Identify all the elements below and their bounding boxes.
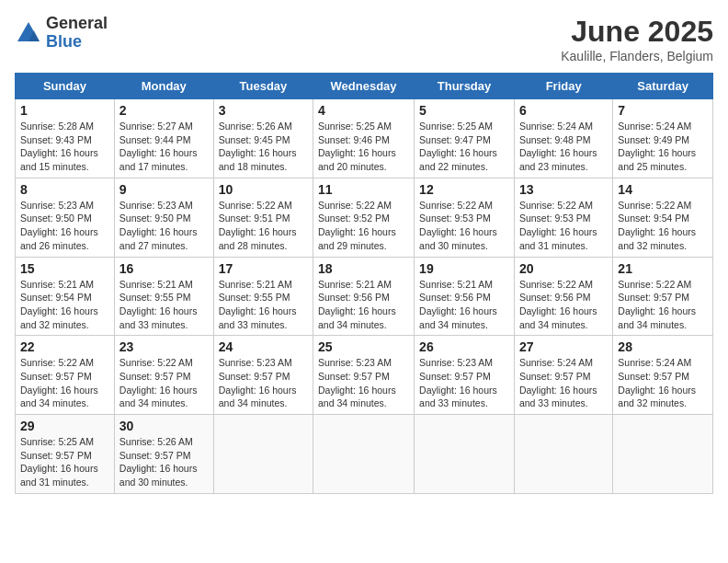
month-title: June 2025 — [561, 15, 713, 49]
day-number: 16 — [119, 261, 209, 276]
day-number: 14 — [618, 182, 708, 197]
day-number: 19 — [419, 261, 509, 276]
day-number: 11 — [318, 182, 409, 197]
calendar-week-row: 15Sunrise: 5:21 AMSunset: 9:54 PMDayligh… — [16, 257, 713, 336]
calendar-cell: 16Sunrise: 5:21 AMSunset: 9:55 PMDayligh… — [114, 257, 213, 336]
calendar-cell: 26Sunrise: 5:23 AMSunset: 9:57 PMDayligh… — [415, 336, 515, 415]
header-monday: Monday — [114, 74, 213, 99]
day-info: Sunrise: 5:23 AMSunset: 9:57 PMDaylight:… — [318, 356, 409, 410]
day-number: 25 — [318, 339, 409, 354]
calendar-cell: 27Sunrise: 5:24 AMSunset: 9:57 PMDayligh… — [514, 336, 612, 415]
day-info: Sunrise: 5:28 AMSunset: 9:43 PMDaylight:… — [20, 120, 109, 174]
calendar-cell: 12Sunrise: 5:22 AMSunset: 9:53 PMDayligh… — [415, 178, 515, 257]
day-number: 2 — [119, 103, 209, 118]
day-info: Sunrise: 5:21 AMSunset: 9:55 PMDaylight:… — [219, 278, 308, 332]
calendar-cell: 24Sunrise: 5:23 AMSunset: 9:57 PMDayligh… — [213, 336, 313, 415]
day-number: 26 — [419, 339, 509, 354]
day-number: 17 — [219, 261, 308, 276]
calendar-cell: 8Sunrise: 5:23 AMSunset: 9:50 PMDaylight… — [16, 178, 115, 257]
logo-general-label: General — [46, 15, 108, 33]
calendar-header-row: SundayMondayTuesdayWednesdayThursdayFrid… — [16, 74, 713, 99]
day-info: Sunrise: 5:27 AMSunset: 9:44 PMDaylight:… — [119, 120, 209, 174]
day-number: 18 — [318, 261, 409, 276]
calendar-cell: 18Sunrise: 5:21 AMSunset: 9:56 PMDayligh… — [313, 257, 415, 336]
day-info: Sunrise: 5:25 AMSunset: 9:47 PMDaylight:… — [419, 120, 509, 174]
calendar-cell: 25Sunrise: 5:23 AMSunset: 9:57 PMDayligh… — [313, 336, 415, 415]
day-info: Sunrise: 5:25 AMSunset: 9:46 PMDaylight:… — [318, 120, 409, 174]
location-label: Kaulille, Flanders, Belgium — [561, 49, 713, 63]
day-info: Sunrise: 5:22 AMSunset: 9:54 PMDaylight:… — [618, 199, 708, 253]
day-number: 15 — [20, 261, 109, 276]
calendar-cell: 2Sunrise: 5:27 AMSunset: 9:44 PMDaylight… — [114, 99, 213, 178]
calendar-cell: 9Sunrise: 5:23 AMSunset: 9:50 PMDaylight… — [114, 178, 213, 257]
calendar-cell: 19Sunrise: 5:21 AMSunset: 9:56 PMDayligh… — [415, 257, 515, 336]
day-info: Sunrise: 5:21 AMSunset: 9:56 PMDaylight:… — [419, 278, 509, 332]
day-info: Sunrise: 5:22 AMSunset: 9:57 PMDaylight:… — [618, 278, 708, 332]
calendar-cell: 11Sunrise: 5:22 AMSunset: 9:52 PMDayligh… — [313, 178, 415, 257]
day-number: 4 — [318, 103, 409, 118]
calendar-week-row: 29Sunrise: 5:25 AMSunset: 9:57 PMDayligh… — [16, 415, 713, 494]
day-info: Sunrise: 5:21 AMSunset: 9:54 PMDaylight:… — [20, 278, 109, 332]
header-wednesday: Wednesday — [313, 74, 415, 99]
page-header: General Blue June 2025 Kaulille, Flander… — [15, 15, 713, 63]
day-info: Sunrise: 5:22 AMSunset: 9:57 PMDaylight:… — [20, 356, 109, 410]
day-number: 8 — [20, 182, 109, 197]
calendar-cell — [415, 415, 515, 494]
day-number: 24 — [219, 339, 308, 354]
day-info: Sunrise: 5:22 AMSunset: 9:57 PMDaylight:… — [119, 356, 209, 410]
logo-icon — [15, 19, 42, 47]
title-block: June 2025 Kaulille, Flanders, Belgium — [561, 15, 713, 63]
day-info: Sunrise: 5:24 AMSunset: 9:49 PMDaylight:… — [618, 120, 708, 174]
calendar-cell: 4Sunrise: 5:25 AMSunset: 9:46 PMDaylight… — [313, 99, 415, 178]
header-friday: Friday — [514, 74, 612, 99]
header-saturday: Saturday — [613, 74, 713, 99]
day-number: 7 — [618, 103, 708, 118]
header-sunday: Sunday — [16, 74, 115, 99]
calendar-week-row: 1Sunrise: 5:28 AMSunset: 9:43 PMDaylight… — [16, 99, 713, 178]
day-number: 6 — [519, 103, 608, 118]
day-info: Sunrise: 5:25 AMSunset: 9:57 PMDaylight:… — [20, 435, 109, 489]
day-number: 13 — [519, 182, 608, 197]
calendar-cell: 20Sunrise: 5:22 AMSunset: 9:56 PMDayligh… — [514, 257, 612, 336]
calendar-cell: 6Sunrise: 5:24 AMSunset: 9:48 PMDaylight… — [514, 99, 612, 178]
calendar-cell: 29Sunrise: 5:25 AMSunset: 9:57 PMDayligh… — [16, 415, 115, 494]
day-number: 29 — [20, 419, 109, 433]
day-number: 12 — [419, 182, 509, 197]
logo: General Blue — [15, 15, 108, 52]
day-number: 9 — [119, 182, 209, 197]
calendar-cell: 5Sunrise: 5:25 AMSunset: 9:47 PMDaylight… — [415, 99, 515, 178]
calendar-table: SundayMondayTuesdayWednesdayThursdayFrid… — [15, 73, 713, 494]
day-number: 10 — [219, 182, 308, 197]
day-number: 5 — [419, 103, 509, 118]
calendar-cell — [313, 415, 415, 494]
day-number: 28 — [618, 339, 708, 354]
calendar-cell: 21Sunrise: 5:22 AMSunset: 9:57 PMDayligh… — [613, 257, 713, 336]
calendar-cell: 14Sunrise: 5:22 AMSunset: 9:54 PMDayligh… — [613, 178, 713, 257]
calendar-week-row: 8Sunrise: 5:23 AMSunset: 9:50 PMDaylight… — [16, 178, 713, 257]
day-info: Sunrise: 5:23 AMSunset: 9:57 PMDaylight:… — [219, 356, 308, 410]
calendar-cell: 22Sunrise: 5:22 AMSunset: 9:57 PMDayligh… — [16, 336, 115, 415]
header-thursday: Thursday — [415, 74, 515, 99]
calendar-cell: 1Sunrise: 5:28 AMSunset: 9:43 PMDaylight… — [16, 99, 115, 178]
day-info: Sunrise: 5:23 AMSunset: 9:57 PMDaylight:… — [419, 356, 509, 410]
logo-text: General Blue — [46, 15, 108, 52]
calendar-cell: 17Sunrise: 5:21 AMSunset: 9:55 PMDayligh… — [213, 257, 313, 336]
day-info: Sunrise: 5:24 AMSunset: 9:48 PMDaylight:… — [519, 120, 608, 174]
day-info: Sunrise: 5:22 AMSunset: 9:52 PMDaylight:… — [318, 199, 409, 253]
day-info: Sunrise: 5:26 AMSunset: 9:57 PMDaylight:… — [119, 435, 209, 489]
day-number: 20 — [519, 261, 608, 276]
calendar-cell — [613, 415, 713, 494]
calendar-cell: 30Sunrise: 5:26 AMSunset: 9:57 PMDayligh… — [114, 415, 213, 494]
day-info: Sunrise: 5:22 AMSunset: 9:53 PMDaylight:… — [519, 199, 608, 253]
logo-blue-label: Blue — [46, 33, 108, 52]
calendar-week-row: 22Sunrise: 5:22 AMSunset: 9:57 PMDayligh… — [16, 336, 713, 415]
calendar-cell: 28Sunrise: 5:24 AMSunset: 9:57 PMDayligh… — [613, 336, 713, 415]
day-number: 30 — [119, 419, 209, 433]
day-number: 22 — [20, 339, 109, 354]
calendar-cell: 10Sunrise: 5:22 AMSunset: 9:51 PMDayligh… — [213, 178, 313, 257]
calendar-cell: 13Sunrise: 5:22 AMSunset: 9:53 PMDayligh… — [514, 178, 612, 257]
day-info: Sunrise: 5:23 AMSunset: 9:50 PMDaylight:… — [119, 199, 209, 253]
day-number: 1 — [20, 103, 109, 118]
day-info: Sunrise: 5:22 AMSunset: 9:53 PMDaylight:… — [419, 199, 509, 253]
calendar-cell — [213, 415, 313, 494]
